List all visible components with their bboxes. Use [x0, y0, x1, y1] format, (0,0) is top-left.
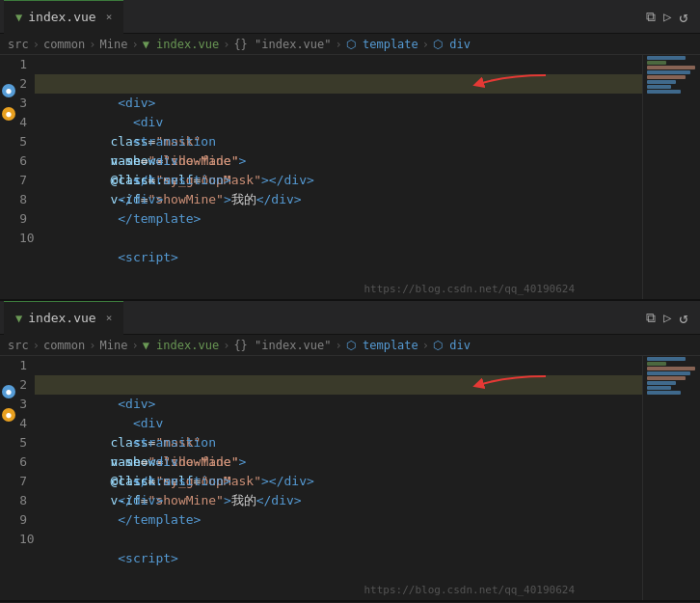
- bc-template-bottom: ⬡ template: [346, 339, 418, 352]
- code-line-4-top: <transition name="slide-fade">: [35, 113, 642, 132]
- panel-bottom: ▼ index.vue × ⧉ ▷ ↺ src › common › Mine …: [0, 301, 700, 602]
- linenum-5-bottom: 5: [19, 433, 27, 452]
- breadcrumb-bottom: src › common › Mine › ▼ index.vue › {} "…: [0, 335, 700, 356]
- code-area-top: ● ● 1 2 3 4 5 6 7 8 9 10 <template> <div…: [0, 55, 700, 299]
- code-line-7-bottom: </div>: [35, 472, 642, 491]
- linenum-4-top: 4: [19, 113, 27, 132]
- watermark-bottom: https://blog.csdn.net/qq_40190624: [363, 584, 575, 596]
- tab-filename-top: index.vue: [28, 10, 95, 24]
- code-content-bottom: <template> <div> <div clas: [35, 356, 642, 600]
- tab-bar-bottom: ▼ index.vue × ⧉ ▷ ↺: [0, 301, 700, 335]
- linenum-5-top: 5: [19, 132, 27, 151]
- linenum-1-top: 1: [19, 55, 27, 74]
- code-line-5-top: <div class="my_group" v-if="showMine">我的…: [35, 132, 642, 151]
- vue-icon-top: ▼: [15, 11, 22, 24]
- linenum-4-bottom: 4: [19, 414, 27, 433]
- sidebar-icon2-bottom[interactable]: ●: [2, 408, 15, 422]
- split-icon-bottom[interactable]: ⧉: [646, 310, 656, 326]
- bc-sep2: ›: [89, 38, 95, 51]
- minimap-bottom: [642, 356, 700, 600]
- watermark-top: https://blog.csdn.net/qq_40190624: [363, 283, 575, 295]
- sidebar-icon2-top[interactable]: ●: [2, 107, 15, 121]
- linenum-8-bottom: 8: [19, 491, 27, 510]
- code-line-3-top: <div class="mask" v-show="showMine" @cli…: [35, 94, 642, 113]
- sidebar-icon1-top[interactable]: ●: [2, 84, 15, 97]
- linenum-2-top: 2: [19, 74, 27, 94]
- linenum-1-bottom: 1: [19, 356, 27, 375]
- code-line-2-bottom: <div>: [35, 375, 642, 395]
- run-icon-top[interactable]: ▷: [663, 9, 671, 24]
- bc-common-bottom: common: [43, 339, 85, 352]
- bc-sep1b: ›: [33, 339, 40, 352]
- bc-sep6: ›: [422, 38, 429, 51]
- bc-div-bottom: ⬡ div: [433, 339, 471, 352]
- bc-sep3b: ›: [131, 339, 138, 352]
- tab-index-vue-top[interactable]: ▼ index.vue ×: [4, 0, 123, 34]
- linenum-10-top: 10: [19, 229, 27, 248]
- tab-bar-left-top: ▼ index.vue ×: [4, 0, 123, 34]
- tab-close-bottom[interactable]: ×: [106, 312, 113, 324]
- code-area-bottom: ● ● 1 2 3 4 5 6 7 8 9 10 <template> <div…: [0, 356, 700, 600]
- linenum-3-bottom: 3: [19, 395, 27, 414]
- linenum-7-top: 7: [19, 171, 27, 190]
- panel-top: ▼ index.vue × ⧉ ▷ ↺ src › common › Mine …: [0, 0, 700, 301]
- bc-indexvue-bottom: ▼ index.vue: [143, 339, 219, 352]
- bc-sep2b: ›: [89, 339, 95, 352]
- linenum-3-top: 3: [19, 94, 27, 113]
- code-line-10-bottom: <script>: [35, 530, 642, 549]
- bc-common-top: common: [43, 38, 85, 51]
- bc-mine-bottom: Mine: [100, 339, 128, 352]
- bc-sep5b: ›: [336, 339, 342, 352]
- sidebar-icon1-bottom[interactable]: ●: [2, 385, 15, 398]
- tab-bar-right-top: ⧉ ▷ ↺: [646, 8, 696, 26]
- bc-sep6b: ›: [422, 339, 429, 352]
- linenum-10-bottom: 10: [19, 530, 27, 549]
- refresh-icon-top[interactable]: ↺: [679, 8, 688, 26]
- bc-template-top: ⬡ template: [346, 38, 418, 51]
- bc-sep4: ›: [223, 38, 229, 51]
- bc-src-bottom: src: [8, 339, 29, 352]
- bc-src-top: src: [8, 38, 29, 51]
- linenum-7-bottom: 7: [19, 472, 27, 491]
- linenum-6-top: 6: [19, 151, 27, 171]
- linenum-9-top: 9: [19, 209, 27, 229]
- tab-close-top[interactable]: ×: [106, 11, 113, 23]
- code-line-2-top: <div>: [35, 74, 642, 94]
- vue-icon-bottom: ▼: [15, 312, 22, 325]
- linenum-8-top: 8: [19, 190, 27, 209]
- bc-mine-top: Mine: [100, 38, 128, 51]
- code-line-6-top: </transition>: [35, 151, 642, 171]
- code-content-top: <template> <div> <div clas: [35, 55, 642, 299]
- tab-bar-left-bottom: ▼ index.vue ×: [4, 301, 123, 335]
- linenum-2-bottom: 2: [19, 375, 27, 395]
- code-line-3-bottom: <div class="mask" v-show="showMine" @cli…: [35, 395, 642, 414]
- code-line-4-bottom: <transition name="slide-fade">: [35, 414, 642, 433]
- run-icon-bottom[interactable]: ▷: [663, 310, 671, 325]
- linenum-6-bottom: 6: [19, 452, 27, 472]
- tab-bar-right-bottom: ⧉ ▷ ↺: [646, 309, 696, 327]
- code-line-5-bottom: <div class="my_group" v-if="showMine">我的…: [35, 433, 642, 452]
- code-line-8-bottom: </template>: [35, 491, 642, 510]
- bc-sep5: ›: [336, 38, 342, 51]
- linenum-9-bottom: 9: [19, 510, 27, 530]
- code-line-9-bottom: [35, 510, 642, 530]
- bc-sep3: ›: [131, 38, 138, 51]
- bc-sep4b: ›: [223, 339, 229, 352]
- code-line-8-top: </template>: [35, 190, 642, 209]
- tab-index-vue-bottom[interactable]: ▼ index.vue ×: [4, 301, 123, 335]
- code-line-7-top: </div>: [35, 171, 642, 190]
- refresh-icon-bottom[interactable]: ↺: [679, 309, 688, 327]
- bc-obj-top: {} "index.vue": [233, 38, 331, 51]
- code-line-10-top: <script>: [35, 229, 642, 248]
- left-sidebar-top: ● ●: [0, 55, 17, 299]
- breadcrumb-top: src › common › Mine › ▼ index.vue › {} "…: [0, 34, 700, 55]
- minimap-top: [642, 55, 700, 299]
- bc-div-top: ⬡ div: [433, 38, 471, 51]
- tab-bar-top: ▼ index.vue × ⧉ ▷ ↺: [0, 0, 700, 34]
- bc-sep1: ›: [33, 38, 40, 51]
- bc-obj-bottom: {} "index.vue": [233, 339, 331, 352]
- code-line-9-top: [35, 209, 642, 229]
- bc-indexvue-top: ▼ index.vue: [143, 38, 219, 51]
- code-line-6-bottom: </transition>: [35, 452, 642, 472]
- split-icon-top[interactable]: ⧉: [646, 9, 656, 25]
